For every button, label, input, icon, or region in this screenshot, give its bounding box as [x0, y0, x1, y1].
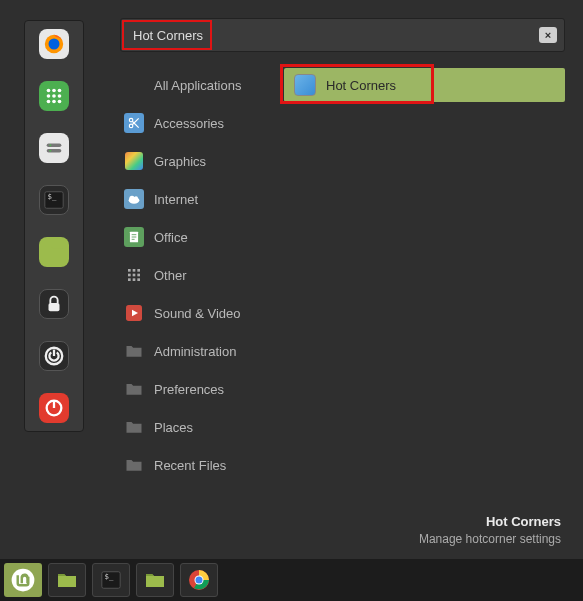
favorites-column: $_: [0, 0, 108, 558]
category-label: Recent Files: [154, 458, 226, 473]
svg-rect-36: [137, 269, 140, 272]
category-label: Internet: [154, 192, 198, 207]
svg-rect-39: [137, 274, 140, 277]
search-wrap: ×: [120, 18, 565, 52]
taskbar-files-button[interactable]: [48, 563, 86, 597]
application-menu: $_ × All ApplicationsAccessoriesGraphics…: [0, 0, 583, 558]
category-grid4-icon: [124, 265, 144, 285]
selection-description: Hot Corners Manage hotcorner settings: [120, 505, 565, 548]
category-folder-icon: [124, 379, 144, 399]
favorite-shutdown-icon[interactable]: [39, 393, 69, 423]
search-input[interactable]: [120, 18, 565, 52]
svg-rect-34: [128, 269, 131, 272]
svg-point-13: [49, 144, 51, 146]
svg-rect-26: [125, 152, 143, 170]
category-label: Places: [154, 420, 193, 435]
svg-point-3: [52, 89, 56, 93]
category-internet[interactable]: Internet: [120, 180, 270, 218]
category-label: Accessories: [154, 116, 224, 131]
category-label: Other: [154, 268, 187, 283]
svg-rect-42: [137, 278, 140, 281]
svg-text:$_: $_: [105, 572, 114, 581]
svg-point-28: [129, 196, 134, 201]
hot-corners-icon: [294, 74, 316, 96]
taskbar-menu-button[interactable]: [4, 563, 42, 597]
favorite-files-icon[interactable]: [39, 237, 69, 267]
category-label: Sound & Video: [154, 306, 241, 321]
menu-columns: All ApplicationsAccessoriesGraphicsInter…: [120, 66, 565, 505]
category-all-applications[interactable]: All Applications: [120, 66, 270, 104]
category-rainbow-icon: [124, 151, 144, 171]
favorite-lock-icon[interactable]: [39, 289, 69, 319]
favorites-box: $_: [24, 20, 84, 432]
categories-list: All ApplicationsAccessoriesGraphicsInter…: [120, 66, 270, 505]
svg-rect-11: [47, 143, 62, 147]
category-sound-video[interactable]: Sound & Video: [120, 294, 270, 332]
category-recent-files[interactable]: Recent Files: [120, 446, 270, 484]
svg-point-29: [134, 196, 138, 200]
category-label: Administration: [154, 344, 236, 359]
results-list: Hot Corners: [284, 66, 565, 505]
favorite-software-icon[interactable]: [39, 133, 69, 163]
svg-point-9: [52, 100, 56, 104]
favorite-firefox-icon[interactable]: [39, 29, 69, 59]
category-play-icon: [124, 303, 144, 323]
category-folder-icon: [124, 341, 144, 361]
taskbar-terminal-button[interactable]: $_: [92, 563, 130, 597]
svg-point-7: [58, 94, 62, 98]
favorite-terminal-icon[interactable]: $_: [39, 185, 69, 215]
svg-point-1: [49, 39, 60, 50]
category-doc-icon: [124, 227, 144, 247]
category-folder-icon: [124, 455, 144, 475]
favorite-apps-icon[interactable]: [39, 81, 69, 111]
category-accessories[interactable]: Accessories: [120, 104, 270, 142]
svg-point-4: [58, 89, 62, 93]
category-office[interactable]: Office: [120, 218, 270, 256]
svg-text:$_: $_: [48, 192, 57, 201]
category-other[interactable]: Other: [120, 256, 270, 294]
category-label: Preferences: [154, 382, 224, 397]
favorite-logout-icon[interactable]: [39, 341, 69, 371]
svg-point-5: [47, 94, 51, 98]
svg-point-8: [47, 100, 51, 104]
category-label: Graphics: [154, 154, 206, 169]
category-folder-icon: [124, 417, 144, 437]
svg-point-14: [49, 150, 51, 152]
menu-main: × All ApplicationsAccessoriesGraphicsInt…: [108, 0, 583, 558]
category-administration[interactable]: Administration: [120, 332, 270, 370]
category-cloud-icon: [124, 189, 144, 209]
svg-point-50: [196, 577, 203, 584]
svg-rect-35: [133, 269, 136, 272]
selection-title: Hot Corners: [120, 513, 561, 531]
svg-rect-17: [49, 303, 60, 311]
svg-rect-41: [133, 278, 136, 281]
clear-search-icon[interactable]: ×: [539, 27, 557, 43]
svg-rect-40: [128, 278, 131, 281]
svg-point-10: [58, 100, 62, 104]
category-places[interactable]: Places: [120, 408, 270, 446]
category-label: All Applications: [154, 78, 241, 93]
svg-rect-38: [133, 274, 136, 277]
svg-point-6: [52, 94, 56, 98]
taskbar: $_: [0, 559, 583, 601]
taskbar-files2-button[interactable]: [136, 563, 174, 597]
category-label: Office: [154, 230, 188, 245]
svg-point-2: [47, 89, 51, 93]
taskbar-chrome-button[interactable]: [180, 563, 218, 597]
category-graphics[interactable]: Graphics: [120, 142, 270, 180]
svg-rect-37: [128, 274, 131, 277]
result-label: Hot Corners: [326, 78, 396, 93]
result-item-hot-corners[interactable]: Hot Corners: [284, 68, 565, 102]
category-preferences[interactable]: Preferences: [120, 370, 270, 408]
category-scissors-icon: [124, 113, 144, 133]
svg-rect-12: [47, 149, 62, 153]
selection-subtitle: Manage hotcorner settings: [120, 531, 561, 548]
